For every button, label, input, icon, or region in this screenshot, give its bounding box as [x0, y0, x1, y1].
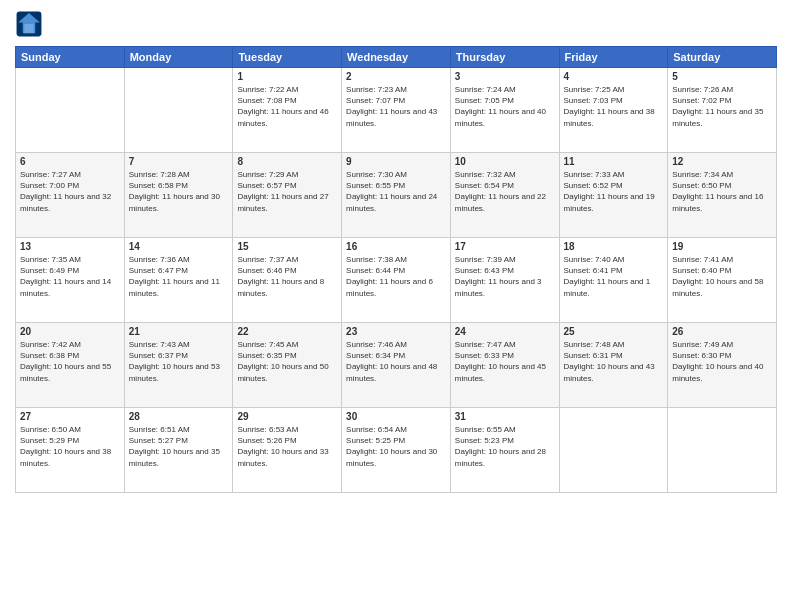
calendar-cell: 6Sunrise: 7:27 AMSunset: 7:00 PMDaylight…	[16, 153, 125, 238]
day-number: 6	[20, 156, 120, 167]
day-number: 14	[129, 241, 229, 252]
day-number: 30	[346, 411, 446, 422]
calendar-cell: 1Sunrise: 7:22 AMSunset: 7:08 PMDaylight…	[233, 68, 342, 153]
day-info: Sunrise: 7:42 AMSunset: 6:38 PMDaylight:…	[20, 339, 120, 384]
weekday-header: Wednesday	[342, 47, 451, 68]
calendar-week-row: 27Sunrise: 6:50 AMSunset: 5:29 PMDayligh…	[16, 408, 777, 493]
day-info: Sunrise: 7:25 AMSunset: 7:03 PMDaylight:…	[564, 84, 664, 129]
day-number: 1	[237, 71, 337, 82]
calendar-cell: 16Sunrise: 7:38 AMSunset: 6:44 PMDayligh…	[342, 238, 451, 323]
svg-rect-2	[24, 24, 33, 33]
weekday-header: Saturday	[668, 47, 777, 68]
day-info: Sunrise: 7:40 AMSunset: 6:41 PMDaylight:…	[564, 254, 664, 299]
day-info: Sunrise: 7:34 AMSunset: 6:50 PMDaylight:…	[672, 169, 772, 214]
weekday-row: SundayMondayTuesdayWednesdayThursdayFrid…	[16, 47, 777, 68]
day-number: 12	[672, 156, 772, 167]
day-number: 22	[237, 326, 337, 337]
day-number: 4	[564, 71, 664, 82]
calendar-cell: 26Sunrise: 7:49 AMSunset: 6:30 PMDayligh…	[668, 323, 777, 408]
day-info: Sunrise: 7:43 AMSunset: 6:37 PMDaylight:…	[129, 339, 229, 384]
day-number: 11	[564, 156, 664, 167]
day-info: Sunrise: 7:49 AMSunset: 6:30 PMDaylight:…	[672, 339, 772, 384]
calendar-cell	[16, 68, 125, 153]
calendar-cell: 30Sunrise: 6:54 AMSunset: 5:25 PMDayligh…	[342, 408, 451, 493]
day-info: Sunrise: 7:33 AMSunset: 6:52 PMDaylight:…	[564, 169, 664, 214]
day-info: Sunrise: 7:26 AMSunset: 7:02 PMDaylight:…	[672, 84, 772, 129]
day-number: 19	[672, 241, 772, 252]
day-number: 13	[20, 241, 120, 252]
day-info: Sunrise: 7:45 AMSunset: 6:35 PMDaylight:…	[237, 339, 337, 384]
day-number: 9	[346, 156, 446, 167]
day-info: Sunrise: 7:36 AMSunset: 6:47 PMDaylight:…	[129, 254, 229, 299]
day-number: 31	[455, 411, 555, 422]
day-info: Sunrise: 7:37 AMSunset: 6:46 PMDaylight:…	[237, 254, 337, 299]
day-info: Sunrise: 6:53 AMSunset: 5:26 PMDaylight:…	[237, 424, 337, 469]
weekday-header: Sunday	[16, 47, 125, 68]
calendar-cell: 24Sunrise: 7:47 AMSunset: 6:33 PMDayligh…	[450, 323, 559, 408]
day-info: Sunrise: 7:35 AMSunset: 6:49 PMDaylight:…	[20, 254, 120, 299]
day-info: Sunrise: 7:29 AMSunset: 6:57 PMDaylight:…	[237, 169, 337, 214]
calendar-cell: 28Sunrise: 6:51 AMSunset: 5:27 PMDayligh…	[124, 408, 233, 493]
calendar-cell: 15Sunrise: 7:37 AMSunset: 6:46 PMDayligh…	[233, 238, 342, 323]
calendar-cell: 22Sunrise: 7:45 AMSunset: 6:35 PMDayligh…	[233, 323, 342, 408]
calendar-cell	[668, 408, 777, 493]
logo-icon	[15, 10, 43, 38]
day-info: Sunrise: 7:27 AMSunset: 7:00 PMDaylight:…	[20, 169, 120, 214]
day-info: Sunrise: 7:22 AMSunset: 7:08 PMDaylight:…	[237, 84, 337, 129]
calendar-cell: 3Sunrise: 7:24 AMSunset: 7:05 PMDaylight…	[450, 68, 559, 153]
calendar-cell: 25Sunrise: 7:48 AMSunset: 6:31 PMDayligh…	[559, 323, 668, 408]
header	[15, 10, 777, 38]
day-info: Sunrise: 7:39 AMSunset: 6:43 PMDaylight:…	[455, 254, 555, 299]
day-number: 5	[672, 71, 772, 82]
calendar-cell: 13Sunrise: 7:35 AMSunset: 6:49 PMDayligh…	[16, 238, 125, 323]
calendar-cell: 4Sunrise: 7:25 AMSunset: 7:03 PMDaylight…	[559, 68, 668, 153]
calendar-header: SundayMondayTuesdayWednesdayThursdayFrid…	[16, 47, 777, 68]
day-number: 7	[129, 156, 229, 167]
calendar-cell: 14Sunrise: 7:36 AMSunset: 6:47 PMDayligh…	[124, 238, 233, 323]
calendar-cell: 31Sunrise: 6:55 AMSunset: 5:23 PMDayligh…	[450, 408, 559, 493]
calendar-body: 1Sunrise: 7:22 AMSunset: 7:08 PMDaylight…	[16, 68, 777, 493]
page: SundayMondayTuesdayWednesdayThursdayFrid…	[0, 0, 792, 612]
day-number: 29	[237, 411, 337, 422]
day-info: Sunrise: 7:48 AMSunset: 6:31 PMDaylight:…	[564, 339, 664, 384]
calendar-cell: 12Sunrise: 7:34 AMSunset: 6:50 PMDayligh…	[668, 153, 777, 238]
calendar-week-row: 6Sunrise: 7:27 AMSunset: 7:00 PMDaylight…	[16, 153, 777, 238]
day-number: 16	[346, 241, 446, 252]
calendar-cell	[124, 68, 233, 153]
day-info: Sunrise: 7:24 AMSunset: 7:05 PMDaylight:…	[455, 84, 555, 129]
day-number: 2	[346, 71, 446, 82]
day-info: Sunrise: 7:28 AMSunset: 6:58 PMDaylight:…	[129, 169, 229, 214]
calendar: SundayMondayTuesdayWednesdayThursdayFrid…	[15, 46, 777, 493]
day-info: Sunrise: 6:54 AMSunset: 5:25 PMDaylight:…	[346, 424, 446, 469]
logo	[15, 10, 47, 38]
calendar-week-row: 20Sunrise: 7:42 AMSunset: 6:38 PMDayligh…	[16, 323, 777, 408]
day-number: 10	[455, 156, 555, 167]
calendar-cell: 23Sunrise: 7:46 AMSunset: 6:34 PMDayligh…	[342, 323, 451, 408]
day-info: Sunrise: 7:38 AMSunset: 6:44 PMDaylight:…	[346, 254, 446, 299]
day-number: 15	[237, 241, 337, 252]
calendar-cell: 7Sunrise: 7:28 AMSunset: 6:58 PMDaylight…	[124, 153, 233, 238]
day-info: Sunrise: 6:50 AMSunset: 5:29 PMDaylight:…	[20, 424, 120, 469]
day-number: 8	[237, 156, 337, 167]
day-number: 26	[672, 326, 772, 337]
calendar-cell: 29Sunrise: 6:53 AMSunset: 5:26 PMDayligh…	[233, 408, 342, 493]
day-info: Sunrise: 7:41 AMSunset: 6:40 PMDaylight:…	[672, 254, 772, 299]
calendar-week-row: 13Sunrise: 7:35 AMSunset: 6:49 PMDayligh…	[16, 238, 777, 323]
day-info: Sunrise: 7:47 AMSunset: 6:33 PMDaylight:…	[455, 339, 555, 384]
calendar-cell: 19Sunrise: 7:41 AMSunset: 6:40 PMDayligh…	[668, 238, 777, 323]
calendar-cell	[559, 408, 668, 493]
weekday-header: Thursday	[450, 47, 559, 68]
day-info: Sunrise: 7:32 AMSunset: 6:54 PMDaylight:…	[455, 169, 555, 214]
day-number: 23	[346, 326, 446, 337]
calendar-cell: 11Sunrise: 7:33 AMSunset: 6:52 PMDayligh…	[559, 153, 668, 238]
day-number: 20	[20, 326, 120, 337]
day-number: 25	[564, 326, 664, 337]
calendar-cell: 20Sunrise: 7:42 AMSunset: 6:38 PMDayligh…	[16, 323, 125, 408]
day-info: Sunrise: 7:46 AMSunset: 6:34 PMDaylight:…	[346, 339, 446, 384]
day-info: Sunrise: 7:23 AMSunset: 7:07 PMDaylight:…	[346, 84, 446, 129]
calendar-cell: 21Sunrise: 7:43 AMSunset: 6:37 PMDayligh…	[124, 323, 233, 408]
day-number: 18	[564, 241, 664, 252]
calendar-cell: 27Sunrise: 6:50 AMSunset: 5:29 PMDayligh…	[16, 408, 125, 493]
weekday-header: Tuesday	[233, 47, 342, 68]
day-number: 24	[455, 326, 555, 337]
